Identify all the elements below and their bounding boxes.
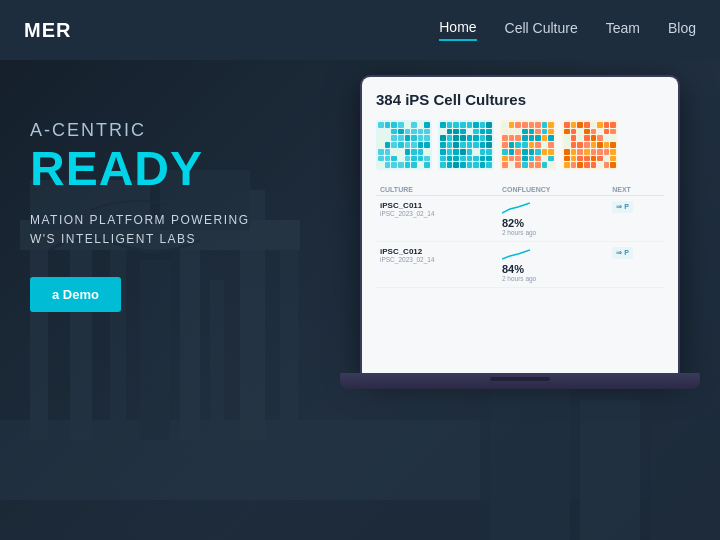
culture-grids — [376, 120, 664, 170]
nav-home[interactable]: Home — [439, 19, 476, 41]
laptop-screen: 384 iPS Cell Cultures — [360, 75, 680, 375]
next-cell-1: ⇒ P — [608, 196, 664, 242]
nav-blog[interactable]: Blog — [668, 20, 696, 40]
col-next: NEXT — [608, 184, 664, 196]
table-row: iPSC_C012 iPSC_2023_02_14 84% 2 hours ag… — [376, 242, 664, 288]
dashboard-title: 384 iPS Cell Cultures — [376, 91, 664, 108]
culture-cell-2: iPSC_C012 iPSC_2023_02_14 — [376, 242, 498, 288]
nav-links: Home Cell Culture Team Blog — [439, 19, 696, 41]
confluency-cell-1: 82% 2 hours ago — [498, 196, 608, 242]
table-row: iPSC_C011 iPSC_2023_02_14 82% 2 hours ag… — [376, 196, 664, 242]
logo: MER — [24, 19, 71, 42]
dashboard: 384 iPS Cell Cultures — [362, 77, 678, 373]
hero-subtitle: A-CENTRIC — [30, 120, 250, 141]
cta-button[interactable]: a Demo — [30, 277, 121, 312]
trend-icon-2 — [502, 247, 530, 261]
trend-icon-1 — [502, 201, 530, 215]
hero-title: READY — [30, 145, 250, 193]
next-badge-1: ⇒ P — [612, 201, 633, 213]
grid-2 — [438, 120, 494, 170]
nav-team[interactable]: Team — [606, 20, 640, 40]
hero-section: MER Home Cell Culture Team Blog A-CENTRI… — [0, 0, 720, 540]
dashboard-screen: 384 iPS Cell Cultures — [362, 77, 678, 373]
grid-3 — [500, 120, 556, 170]
nav-cell-culture[interactable]: Cell Culture — [505, 20, 578, 40]
culture-table: CULTURE CONFLUENCY NEXT iPSC_C011 iPSC_2… — [376, 184, 664, 288]
next-badge-2: ⇒ P — [612, 247, 633, 259]
culture-cell-1: iPSC_C011 iPSC_2023_02_14 — [376, 196, 498, 242]
col-culture: CULTURE — [376, 184, 498, 196]
next-cell-2: ⇒ P — [608, 242, 664, 288]
hero-description: MATION PLATFORM POWERING W'S INTELLIGENT… — [30, 211, 250, 249]
navbar: MER Home Cell Culture Team Blog — [0, 0, 720, 60]
laptop-base — [340, 373, 700, 389]
col-confluency: CONFLUENCY — [498, 184, 608, 196]
confluency-cell-2: 84% 2 hours ago — [498, 242, 608, 288]
grid-4 — [562, 120, 618, 170]
laptop-mockup: 384 iPS Cell Cultures — [340, 75, 700, 455]
hero-content: A-CENTRIC READY MATION PLATFORM POWERING… — [30, 120, 250, 312]
grid-1 — [376, 120, 432, 170]
